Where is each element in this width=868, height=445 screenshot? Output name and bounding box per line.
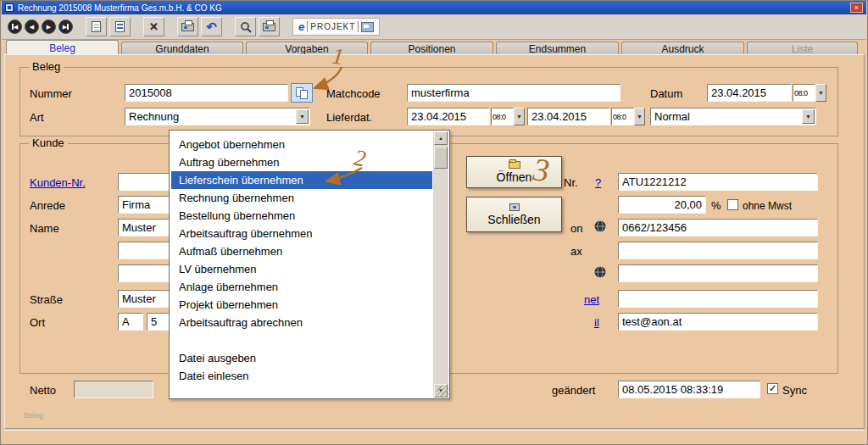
ohne-mwst-label: ohne Mwst bbox=[743, 200, 792, 212]
datum-label: Datum bbox=[650, 87, 682, 100]
art-value: Rechnung bbox=[129, 110, 179, 123]
brand-separator bbox=[358, 21, 359, 32]
undo-button[interactable]: ↶ bbox=[201, 17, 222, 36]
popup-item-lieferschein[interactable]: Lieferschein übernehmen bbox=[171, 171, 432, 189]
datum-input[interactable]: 23.04.2015 bbox=[707, 84, 792, 102]
tab-endsummen[interactable]: Endsummen bbox=[496, 42, 619, 55]
sync-label: Sync bbox=[782, 384, 807, 397]
popup-item-auftrag[interactable]: Auftrag übernehmen bbox=[171, 153, 432, 171]
last-bar-icon bbox=[67, 24, 69, 30]
tab-beleg[interactable]: Beleg bbox=[6, 40, 119, 55]
internet-link[interactable]: net bbox=[584, 293, 599, 306]
window-title: Rechnung 2015008 Musterfirma Ges.m.b.H. … bbox=[18, 3, 222, 13]
new-document-button[interactable] bbox=[86, 17, 107, 36]
copy-icon bbox=[300, 90, 308, 99]
print-preview-button[interactable] bbox=[259, 17, 280, 36]
kundennr-link[interactable]: Kunden-Nr. bbox=[30, 176, 86, 189]
scroll-thumb[interactable] bbox=[434, 147, 448, 169]
tab-bar: Beleg Grunddaten Vorgaben Positionen End… bbox=[6, 40, 862, 55]
brand-window-icon bbox=[361, 22, 374, 32]
datum-time-input[interactable]: 08:0 bbox=[793, 84, 815, 102]
nav-next-button[interactable]: ▶ bbox=[42, 19, 56, 34]
toolbar-separator bbox=[225, 26, 232, 27]
popup-item-abrechnen[interactable]: Arbeitsauftrag abrechnen bbox=[171, 314, 432, 331]
tab-vorgaben[interactable]: Vorgaben bbox=[246, 42, 368, 55]
popup-item-anlage[interactable]: Anlage übernehmen bbox=[171, 278, 432, 296]
status-bar bbox=[4, 430, 865, 442]
chevron-down-icon: ▼ bbox=[818, 90, 824, 96]
nav-first-button[interactable]: ◀ bbox=[8, 19, 22, 34]
edit-document-button[interactable] bbox=[109, 17, 131, 36]
popup-item-bestellung[interactable]: Bestellung übernehmen bbox=[171, 207, 432, 225]
popup-item-rechnung[interactable]: Rechnung übernehmen bbox=[171, 189, 432, 207]
resize-grip[interactable] bbox=[437, 386, 448, 398]
popup-item-datei-einlesen[interactable]: Datei einlesen bbox=[171, 367, 432, 385]
delete-button[interactable]: ✕ bbox=[143, 17, 164, 36]
mwst-input[interactable]: 20,00 bbox=[618, 196, 706, 214]
popup-scrollbar[interactable]: ▲ ▼ bbox=[433, 131, 448, 398]
email-link[interactable]: il bbox=[594, 316, 599, 329]
mobil-input[interactable] bbox=[618, 264, 818, 282]
print-button[interactable] bbox=[177, 17, 198, 36]
strasse-label: Straße bbox=[30, 293, 63, 306]
geaendert-label: geändert bbox=[552, 384, 595, 397]
app-window: Rechnung 2015008 Musterfirma Ges.m.b.H. … bbox=[0, 0, 868, 445]
title-bar: Rechnung 2015008 Musterfirma Ges.m.b.H. … bbox=[2, 1, 866, 14]
popup-item-aufmass[interactable]: Aufmaß übernehmen bbox=[171, 242, 432, 260]
lieferdat-input-1[interactable]: 23.04.2015 bbox=[407, 108, 490, 125]
toolbar: ◀ ◀ ▶ ▶ ✕ ↶ e PROJEKT bbox=[2, 14, 866, 40]
sync-checkbox[interactable]: ✓ bbox=[767, 383, 778, 394]
netto-input bbox=[74, 381, 153, 398]
toolbar-separator bbox=[133, 26, 141, 27]
popup-item-datei-ausgeben[interactable]: Datei ausgeben bbox=[171, 349, 432, 367]
lieferdat-dropdown-2[interactable]: ▼ bbox=[634, 108, 645, 125]
uid-help-link[interactable]: ? bbox=[595, 176, 601, 189]
kunde-legend: Kunde bbox=[29, 136, 68, 149]
nav-last-button[interactable]: ▶ bbox=[58, 19, 73, 34]
lieferdat-dropdown-1[interactable]: ▼ bbox=[514, 108, 525, 125]
close-window-button[interactable]: × bbox=[850, 3, 863, 13]
popup-item-arbeitsauftrag[interactable]: Arbeitsauftrag übernehmen bbox=[171, 225, 432, 242]
telefax-label: ax bbox=[570, 245, 582, 258]
schliessen-button[interactable]: Schließen bbox=[466, 197, 562, 232]
popup-item-blank bbox=[171, 331, 432, 349]
scroll-up-button[interactable]: ▲ bbox=[434, 131, 448, 145]
lieferdat-time-input-2[interactable]: 08:0 bbox=[611, 108, 634, 125]
uebernehmen-menu-button[interactable] bbox=[291, 83, 313, 103]
typ-combobox[interactable]: Normal ▼ bbox=[650, 108, 816, 125]
telefax-input[interactable] bbox=[618, 242, 818, 259]
lieferdat-input-2[interactable]: 23.04.2015 bbox=[527, 108, 610, 125]
toolbar-separator bbox=[167, 26, 175, 27]
uid-input[interactable]: ATU1221212 bbox=[618, 173, 818, 191]
nummer-label: Nummer bbox=[30, 87, 72, 100]
tab-grunddaten[interactable]: Grunddaten bbox=[121, 42, 243, 55]
telefon-input[interactable]: 0662/123456 bbox=[618, 219, 818, 236]
search-button[interactable] bbox=[235, 17, 256, 36]
chevron-down-icon: ▼ bbox=[805, 114, 811, 120]
popup-item-projekt[interactable]: Projekt übernehmen bbox=[171, 296, 432, 314]
tab-positionen[interactable]: Positionen bbox=[370, 42, 493, 55]
nav-first-icon: ◀ bbox=[14, 24, 18, 30]
typ-dropdown-button[interactable]: ▼ bbox=[802, 109, 815, 124]
email-input[interactable]: test@aon.at bbox=[618, 313, 818, 331]
popup-item-angebot[interactable]: Angebot übernehmen bbox=[171, 136, 432, 153]
tab-ausdruck[interactable]: Ausdruck bbox=[621, 42, 744, 55]
popup-item-lv[interactable]: LV übernehmen bbox=[171, 260, 432, 278]
art-combobox[interactable]: Rechnung ▼ bbox=[125, 108, 310, 125]
internet-input[interactable] bbox=[618, 290, 818, 308]
chevron-down-icon: ▼ bbox=[637, 114, 643, 120]
delete-icon: ✕ bbox=[149, 20, 159, 33]
mwst-percent-label: % bbox=[711, 199, 721, 212]
art-dropdown-button[interactable]: ▼ bbox=[296, 109, 309, 124]
popup-list: Angebot übernehmen Auftrag übernehmen Li… bbox=[171, 136, 432, 395]
nummer-input[interactable]: 2015008 bbox=[125, 84, 288, 102]
nav-prev-button[interactable]: ◀ bbox=[25, 19, 39, 34]
tab-liste: Liste bbox=[747, 42, 858, 55]
datum-dropdown-button[interactable]: ▼ bbox=[815, 84, 826, 102]
oeffnen-button[interactable]: Öffnen bbox=[466, 156, 562, 188]
lieferdat-time-input-1[interactable]: 08:0 bbox=[491, 108, 514, 125]
land-input[interactable]: A bbox=[118, 313, 143, 331]
matchcode-input[interactable]: musterfirma bbox=[407, 84, 620, 102]
ohne-mwst-checkbox[interactable] bbox=[727, 199, 738, 210]
search-icon bbox=[240, 21, 252, 33]
